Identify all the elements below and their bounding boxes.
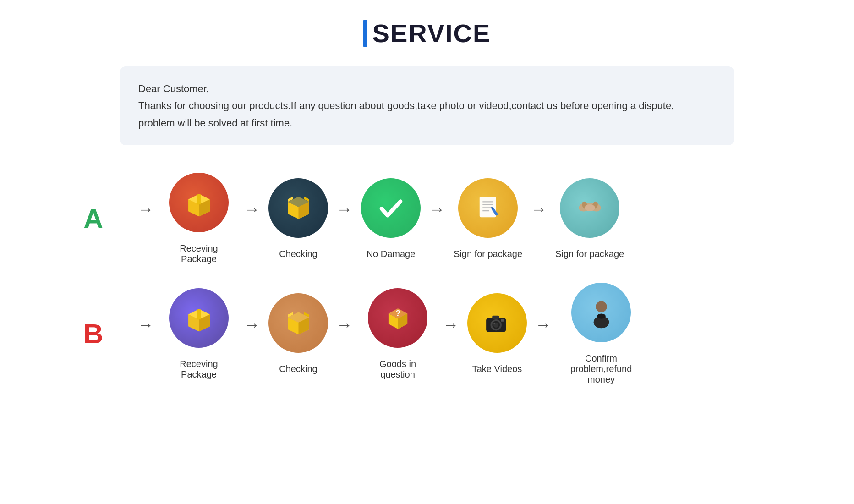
flow-section: A → Receving Package → [83, 173, 771, 394]
flow-item-goods-question: ? Goods in question [361, 288, 434, 380]
notice-box: Dear Customer, Thanks for choosing our p… [120, 66, 734, 145]
arrow-a-start: → [137, 200, 154, 219]
flow-item-sign-a: Sign for package [454, 178, 522, 259]
flow-row-b: B → Receving Package → [83, 283, 771, 385]
handshake-icon [573, 191, 607, 225]
arrow-b-4: → [535, 315, 552, 334]
svg-rect-35 [492, 315, 499, 319]
arrow-a-1: → [244, 200, 260, 219]
flow-item-handshake: Sign for package [555, 178, 624, 259]
page-title: SERVICE [372, 18, 491, 48]
open-box-icon-b [281, 306, 316, 340]
svg-point-43 [597, 313, 606, 318]
circle-confirm-refund [571, 283, 631, 342]
label-checking-a: Checking [279, 249, 317, 259]
person-refund-icon [584, 296, 619, 330]
flow-item-no-damage: No Damage [361, 178, 421, 259]
svg-point-20 [585, 204, 595, 211]
label-recv-pkg-b: Receving Package [162, 359, 235, 380]
document-sign-icon [471, 191, 505, 225]
svg-point-41 [596, 301, 607, 312]
svg-point-39 [493, 322, 495, 324]
row-label-b: B [83, 318, 115, 350]
arrow-a-3: → [429, 200, 445, 219]
circle-recv-pkg-b [169, 288, 229, 348]
svg-rect-24 [197, 309, 201, 320]
page-header: SERVICE [363, 18, 491, 48]
flow-items-b: Receving Package → Checking → [162, 283, 771, 385]
flow-items-a: Receving Package → [162, 173, 771, 264]
flow-item-confirm-refund: Confirm problem,refund money [560, 283, 642, 385]
label-handshake: Sign for package [555, 249, 624, 259]
flow-item-recv-pkg-b: Receving Package [162, 288, 235, 380]
flow-item-recv-pkg-a: Receving Package [162, 173, 235, 264]
question-box-icon: ? [381, 301, 415, 335]
notice-line1: Dear Customer, [138, 80, 716, 97]
arrow-b-3: → [443, 315, 459, 334]
arrow-a-4: → [531, 200, 547, 219]
circle-checking-a [268, 178, 328, 238]
package-icon-a [182, 186, 216, 220]
package-icon-b [182, 301, 216, 335]
circle-checking-b [268, 293, 328, 353]
flow-item-checking-b: Checking [268, 293, 328, 374]
svg-text:?: ? [395, 308, 400, 318]
arrow-b-start: → [137, 315, 154, 334]
flow-item-take-videos: Take Videos [467, 293, 527, 374]
svg-rect-40 [501, 319, 504, 322]
notice-line3: problem will be solved at first time. [138, 115, 716, 131]
row-label-a: A [83, 203, 115, 235]
title-bar-accent [363, 20, 367, 47]
notice-line2: Thanks for choosing our products.If any … [138, 97, 716, 114]
label-take-videos: Take Videos [472, 364, 522, 374]
label-confirm-refund: Confirm problem,refund money [560, 353, 642, 385]
circle-take-videos [467, 293, 527, 353]
label-checking-b: Checking [279, 364, 317, 374]
flow-item-checking-a: Checking [268, 178, 328, 259]
arrow-b-1: → [244, 315, 260, 334]
circle-handshake [560, 178, 619, 238]
label-goods-question: Goods in question [361, 359, 434, 380]
circle-sign-a [458, 178, 518, 238]
camera-icon [480, 306, 515, 340]
label-sign-a: Sign for package [454, 249, 522, 259]
circle-goods-question: ? [368, 288, 427, 348]
svg-rect-3 [197, 194, 201, 204]
open-box-icon-a [281, 191, 316, 225]
label-recv-pkg-a: Receving Package [162, 243, 235, 264]
arrow-b-2: → [336, 315, 353, 334]
circle-recv-pkg-a [169, 173, 229, 232]
arrow-a-2: → [336, 200, 353, 219]
svg-rect-9 [479, 197, 496, 217]
circle-no-damage [361, 178, 421, 238]
flow-row-a: A → Receving Package → [83, 173, 771, 264]
label-no-damage: No Damage [367, 249, 416, 259]
checkmark-icon [374, 191, 408, 225]
